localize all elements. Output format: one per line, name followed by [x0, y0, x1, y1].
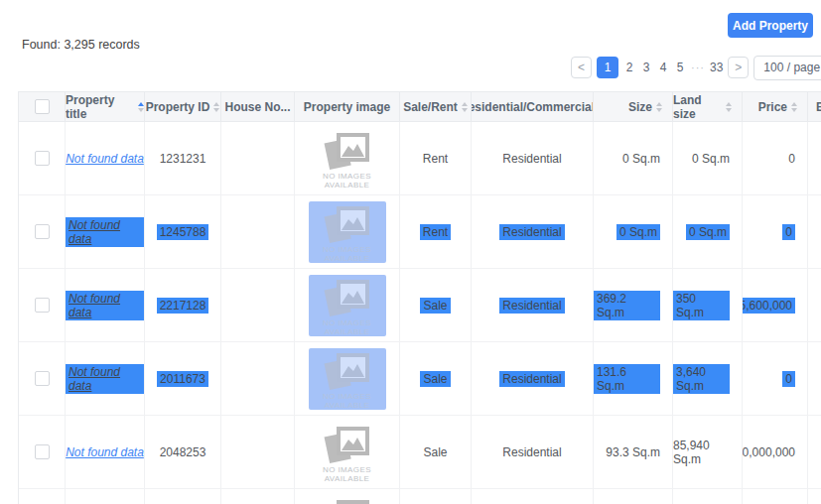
clipped-cell — [808, 416, 821, 489]
category-cell — [472, 489, 594, 504]
column-label: Size — [628, 100, 652, 114]
photo-stack-icon — [324, 132, 371, 170]
column-header-property-image: Property image — [295, 92, 400, 122]
title-cell: Not found data — [66, 416, 145, 489]
land-size-cell: 85,940 Sq.m — [673, 416, 743, 489]
column-header-property-id[interactable]: Property ID — [145, 92, 221, 122]
house-no-cell — [221, 342, 295, 416]
column-label: Sale/Rent — [403, 100, 458, 114]
pagination-prev-button[interactable]: < — [571, 57, 592, 78]
id-cell: 2217128 — [145, 269, 221, 342]
available-text: AVAILABLE — [325, 254, 370, 263]
price-cell: 0 — [743, 342, 808, 416]
add-property-button[interactable]: Add Property — [728, 13, 813, 38]
available-text: AVAILABLE — [325, 327, 370, 336]
sale-rent-cell: Rent — [400, 195, 472, 269]
row-checkbox[interactable] — [35, 371, 50, 386]
sale-rent-cell: Rent — [400, 122, 472, 195]
sort-caret-down — [726, 108, 732, 112]
no-images-text: NO IMAGES — [323, 392, 371, 401]
table-row: Not found data 1231231 NO IMAGESAVAILABL… — [19, 122, 821, 195]
pagination-page-5[interactable]: 5 — [674, 61, 686, 74]
image-cell: NO IMAGESAVAILABLE — [295, 269, 400, 342]
sale-rent-cell: Sale — [400, 269, 472, 342]
id-cell — [145, 489, 221, 504]
no-images-placeholder: NO IMAGESAVAILABLE — [309, 275, 386, 336]
column-header-price[interactable]: Price — [743, 92, 808, 122]
clipped-cell — [808, 122, 821, 195]
available-text: AVAILABLE — [325, 474, 370, 483]
no-images-placeholder: NO IMAGESAVAILABLE — [309, 128, 386, 189]
available-text: AVAILABLE — [325, 401, 370, 410]
column-header-size[interactable]: Size — [594, 92, 673, 122]
column-label: House No... — [224, 100, 290, 114]
page-size-select[interactable]: 100 / page — [753, 56, 821, 80]
size-cell: 93.3 Sq.m — [594, 416, 673, 489]
select-all-checkbox[interactable] — [35, 99, 50, 114]
property-title-link[interactable]: Not found data — [66, 445, 144, 459]
sort-caret-down — [213, 108, 219, 112]
sort-icon — [138, 102, 144, 112]
price-cell — [743, 489, 808, 504]
price-cell: 0 — [743, 195, 808, 269]
clipped-cell — [808, 489, 821, 504]
category-cell: Residential — [472, 122, 594, 195]
pagination-page-2[interactable]: 2 — [623, 61, 635, 74]
no-images-placeholder: NO IMAGESAVAILABLE — [309, 495, 386, 504]
land-size-cell: 0 Sq.m — [673, 122, 743, 195]
row-checkbox[interactable] — [35, 151, 50, 166]
price-cell: 15,600,000 — [743, 269, 808, 342]
column-header-property-title[interactable]: Property title — [66, 92, 145, 122]
column-header-clipped: B — [808, 92, 821, 122]
sale-rent-cell: Sale — [400, 416, 472, 489]
photo-stack-icon — [324, 426, 371, 463]
no-images-text: NO IMAGES — [323, 465, 371, 474]
table-header-row: Property title Property ID House No... P… — [19, 92, 821, 122]
sort-caret-up — [726, 102, 732, 106]
no-images-text: NO IMAGES — [323, 318, 371, 327]
clipped-cell — [808, 195, 821, 269]
sort-caret-down — [462, 108, 468, 112]
table-row: Not found data 2217128 NO IMAGESAVAILABL… — [19, 269, 821, 342]
image-cell: NO IMAGESAVAILABLE — [295, 195, 400, 269]
pagination-next-button[interactable]: > — [728, 57, 749, 78]
available-text: AVAILABLE — [325, 181, 370, 189]
sort-caret-up — [656, 102, 662, 106]
column-header-residential-commercial: Residential/Commercial... — [472, 92, 594, 122]
property-title-link[interactable]: Not found data — [66, 364, 144, 394]
table-row: Not found data 1245788 NO IMAGESAVAILABL… — [19, 195, 821, 269]
pagination: < 1 2 3 4 5 ··· 33 > 100 / page — [571, 55, 821, 80]
property-title-link[interactable]: Not found data — [66, 291, 144, 320]
pagination-page-3[interactable]: 3 — [640, 61, 652, 74]
row-checkbox[interactable] — [35, 444, 50, 459]
land-size-cell: 3,640 Sq.m — [673, 342, 743, 416]
pagination-page-1[interactable]: 1 — [597, 57, 618, 78]
column-header-sale-rent[interactable]: Sale/Rent — [400, 92, 472, 122]
category-cell: Residential — [472, 342, 594, 416]
sort-caret-down — [656, 108, 662, 112]
size-cell: 131.6 Sq.m — [594, 342, 673, 416]
pagination-ellipsis[interactable]: ··· — [691, 62, 705, 73]
clipped-cell — [808, 342, 821, 416]
house-no-cell — [221, 489, 295, 504]
property-title-link[interactable]: Not found data — [66, 152, 144, 166]
row-checkbox[interactable] — [35, 298, 50, 313]
sale-rent-cell: Sale — [400, 342, 472, 416]
records-count: Found: 3,295 records — [22, 38, 140, 52]
land-size-cell: 350 Sq.m — [673, 269, 743, 342]
no-images-placeholder: NO IMAGESAVAILABLE — [309, 348, 386, 410]
sort-icon — [213, 102, 219, 112]
column-header-land-size[interactable]: Land size — [673, 92, 743, 122]
size-cell: 0 Sq.m — [594, 195, 673, 269]
column-label: Property ID — [146, 100, 210, 114]
sort-icon — [462, 102, 468, 112]
property-title-link[interactable]: Not found data — [66, 217, 144, 247]
checkbox-cell — [19, 269, 66, 342]
pagination-page-33[interactable]: 33 — [710, 61, 723, 74]
size-cell — [594, 489, 673, 504]
table-row: Not found data 2048253 NO IMAGESAVAILABL… — [19, 416, 821, 489]
sort-caret-down — [138, 108, 144, 112]
no-images-placeholder: NO IMAGESAVAILABLE — [309, 422, 386, 483]
row-checkbox[interactable] — [35, 224, 50, 239]
pagination-page-4[interactable]: 4 — [657, 61, 669, 74]
